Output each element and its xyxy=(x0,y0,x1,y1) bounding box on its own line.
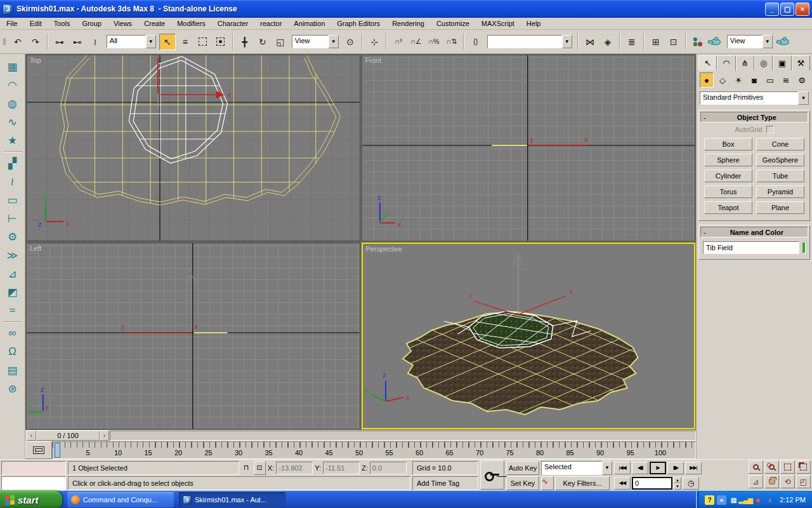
chevron-down-icon[interactable]: ▼ xyxy=(562,35,572,48)
select-and-link-button[interactable]: ⊶ xyxy=(51,34,68,50)
redo-button[interactable]: ↷ xyxy=(27,34,44,50)
menu-reactor[interactable]: reactor xyxy=(259,19,283,28)
auto-key-button[interactable]: Auto Key xyxy=(506,461,539,475)
time-slider-next-button[interactable]: › xyxy=(100,431,109,441)
key-filters-button[interactable]: Key Filters... xyxy=(555,476,610,490)
remote-session-tray-icon[interactable]: ▤ xyxy=(729,495,738,505)
toolbar-drag-handle[interactable]: ‖ xyxy=(3,37,6,47)
spinner-up-icon[interactable]: ▲ xyxy=(674,477,681,483)
menu-tools[interactable]: Tools xyxy=(53,19,72,28)
spinner-snap-toggle-button[interactable]: ∩⇅ xyxy=(443,34,460,50)
viewport-perspective[interactable]: Perspective xyxy=(362,243,696,429)
constraint-solver-button[interactable]: ⊛ xyxy=(4,380,22,398)
layer-manager-button[interactable]: ≣ xyxy=(624,34,640,50)
window-crossing-button[interactable] xyxy=(213,34,229,50)
tab-display[interactable]: ▣ xyxy=(773,55,791,70)
zoom-all-button[interactable] xyxy=(764,460,779,474)
chevron-down-icon[interactable]: ▼ xyxy=(798,91,809,105)
align-button[interactable]: ◈ xyxy=(599,34,616,50)
default-in-out-tangent-button[interactable]: ∿ xyxy=(541,476,554,490)
go-to-end-button[interactable]: ▶▶| xyxy=(685,462,702,474)
menu-character[interactable]: Character xyxy=(216,19,249,28)
gmail-notifier-tray-icon[interactable]: ◆ xyxy=(753,495,763,505)
tab-hierarchy[interactable]: ⋔ xyxy=(736,55,754,70)
menu-rendering[interactable]: Rendering xyxy=(391,19,426,28)
select-and-rotate-button[interactable]: ↻ xyxy=(254,34,271,50)
transform-gizmo-perspective[interactable]: y x xyxy=(469,287,573,315)
object-type-plane-button[interactable]: Plane xyxy=(756,201,804,214)
select-and-manipulate-button[interactable]: ⊹ xyxy=(366,34,383,50)
mirror-button[interactable]: ⋈ xyxy=(582,34,598,50)
subcat-helpers[interactable]: ▭ xyxy=(763,72,777,88)
subcat-geometry[interactable]: ● xyxy=(700,72,714,88)
ragdoll-button[interactable]: Ω xyxy=(4,343,22,361)
reference-coordinate-dropdown[interactable]: View▼ xyxy=(292,35,339,48)
motor-button[interactable]: ⚙ xyxy=(4,228,22,246)
viewport-top-label[interactable]: Top xyxy=(30,57,41,64)
transform-gizmo-left[interactable]: y x xyxy=(121,323,198,333)
wind-button[interactable]: ≫ xyxy=(4,246,22,264)
select-and-scale-button[interactable]: ◱ xyxy=(272,34,289,50)
plane-button[interactable]: ▞ xyxy=(4,154,22,172)
menu-animation[interactable]: Animation xyxy=(292,19,326,28)
spring-button[interactable]: ≀ xyxy=(4,173,22,190)
z-coord-field[interactable] xyxy=(370,462,407,474)
time-slider-track[interactable] xyxy=(110,431,696,441)
object-type-tube-button[interactable]: Tube xyxy=(756,170,804,182)
viewport-left[interactable]: Left z y x xyxy=(26,243,360,429)
select-object-button[interactable]: ↖ xyxy=(159,34,176,50)
menu-help[interactable]: Help xyxy=(525,19,542,28)
spinner-down-icon[interactable]: ▼ xyxy=(674,483,681,490)
next-frame-button[interactable]: ▮▶ xyxy=(667,462,684,474)
field-of-view-button[interactable]: ⊿ xyxy=(749,475,763,488)
absolute-offset-toggle[interactable]: ⊡ xyxy=(254,461,266,475)
viewport-front[interactable]: Front z y x z y xyxy=(362,55,696,241)
rigid-body-collection-button[interactable]: ▦ xyxy=(4,58,22,76)
tab-create[interactable]: ↖ xyxy=(698,55,717,70)
listener-macro-recorder-field[interactable] xyxy=(1,461,66,475)
subcat-lights[interactable]: ☀ xyxy=(731,72,745,88)
chevron-down-icon[interactable]: ▼ xyxy=(763,35,773,48)
y-coord-field[interactable] xyxy=(323,462,360,474)
transform-gizmo-front[interactable]: y x xyxy=(528,135,588,145)
select-by-name-button[interactable]: ≡ xyxy=(177,34,193,50)
min-max-toggle-button[interactable]: ◰ xyxy=(796,475,811,488)
menu-maxscript[interactable]: MAXScript xyxy=(480,19,516,28)
help-alert-tray-icon[interactable]: ? xyxy=(705,495,714,505)
reactor-knot-button[interactable]: ∞ xyxy=(4,324,22,342)
bind-to-space-warp-button[interactable]: ≀ xyxy=(87,34,103,50)
menu-group[interactable]: Group xyxy=(81,19,103,28)
named-selection-sets-button[interactable]: {} xyxy=(468,34,484,50)
object-type-cone-button[interactable]: Cone xyxy=(756,138,804,150)
task-command-and-conqu[interactable]: Command and Conqu... xyxy=(67,492,174,507)
viewport-top[interactable]: Top xyxy=(26,55,360,241)
set-key-button[interactable]: Set Key xyxy=(506,476,539,490)
object-color-swatch[interactable] xyxy=(802,243,806,253)
tab-modify[interactable]: ◠ xyxy=(717,55,735,70)
time-slider-prev-button[interactable]: ‹ xyxy=(27,431,36,441)
key-mode-toggle[interactable]: ◀◀ xyxy=(614,477,631,490)
rope-collection-button[interactable]: ∿ xyxy=(4,113,22,131)
tweety-tray-icon[interactable]: ♪ xyxy=(765,495,775,505)
viewport-perspective-label[interactable]: Perspective xyxy=(366,245,402,253)
soft-body-collection-button[interactable]: ◍ xyxy=(4,95,22,112)
restore-button[interactable]: ▢ xyxy=(780,3,794,16)
damper-button[interactable]: ▭ xyxy=(4,191,22,209)
schematic-view-button[interactable]: ⊡ xyxy=(665,34,682,50)
listener-script-field[interactable] xyxy=(1,476,66,490)
render-scene-button[interactable] xyxy=(707,34,724,50)
undo-button[interactable]: ↶ xyxy=(10,34,26,50)
curve-editor-button[interactable]: ⊞ xyxy=(648,34,664,50)
joint-button[interactable]: ⊢ xyxy=(4,210,22,227)
name-and-color-rollout-header[interactable]: - Name and Color xyxy=(700,227,808,237)
zoom-extents-button[interactable] xyxy=(780,460,795,474)
selection-set-dropdown[interactable]: Selected ▼ xyxy=(541,461,612,475)
add-time-tag[interactable]: Add Time Tag xyxy=(412,476,478,490)
menu-edit[interactable]: Edit xyxy=(29,19,43,28)
time-configuration-button[interactable]: ◷ xyxy=(683,477,699,490)
menu-modifiers[interactable]: Modifiers xyxy=(176,19,207,28)
rectangular-selection-region-button[interactable] xyxy=(195,34,211,50)
subcat-shapes[interactable]: ◇ xyxy=(716,72,730,88)
chevron-down-icon[interactable]: ▼ xyxy=(329,35,339,48)
minimize-button[interactable]: _ xyxy=(765,3,779,16)
